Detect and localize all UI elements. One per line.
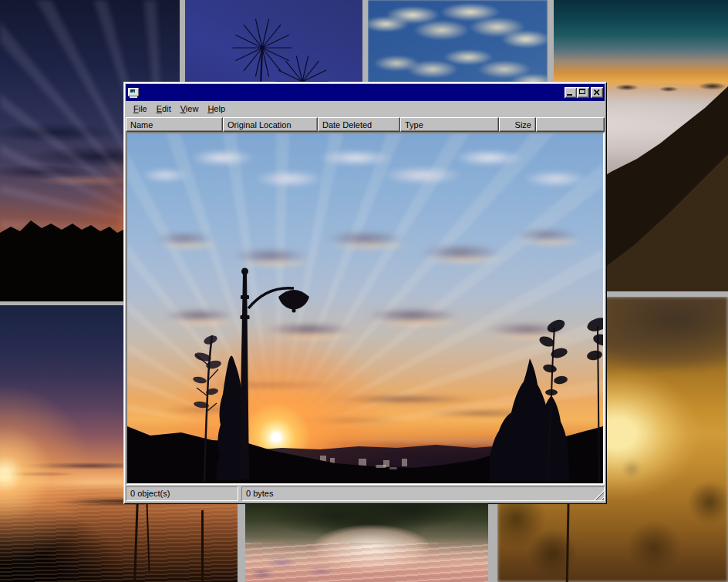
menu-help[interactable]: Help xyxy=(203,103,230,116)
menu-file[interactable]: File xyxy=(129,103,152,116)
close-icon xyxy=(594,89,600,96)
street-lamp-sunset-photo xyxy=(127,133,603,483)
desktop: { "window": { "title": "", "menu": [ {"u… xyxy=(0,0,728,582)
column-header-name[interactable]: Name xyxy=(126,117,223,132)
titlebar[interactable] xyxy=(126,84,605,101)
computer-icon[interactable] xyxy=(127,87,140,99)
minimize-button[interactable] xyxy=(565,87,577,98)
window-controls xyxy=(565,87,603,98)
close-button[interactable] xyxy=(591,87,603,98)
status-bytes: 0 bytes xyxy=(241,486,605,501)
minimize-icon xyxy=(567,94,572,96)
silhouettes-layer xyxy=(127,133,603,483)
maximize-icon xyxy=(579,89,585,94)
list-area[interactable] xyxy=(126,132,605,485)
menu-bar: File Edit View Help xyxy=(126,102,605,116)
column-header-size[interactable]: Size xyxy=(499,117,536,132)
menu-view[interactable]: View xyxy=(176,103,204,116)
column-header-original-location[interactable]: Original Location xyxy=(223,117,318,132)
menu-edit[interactable]: Edit xyxy=(152,103,176,116)
column-header-type[interactable]: Type xyxy=(400,117,499,132)
status-bar: 0 object(s) 0 bytes xyxy=(126,486,605,502)
water-ripples-layer xyxy=(245,543,488,582)
maximize-button[interactable] xyxy=(577,87,589,98)
status-objects: 0 object(s) xyxy=(126,486,238,501)
column-header-filler[interactable] xyxy=(536,117,605,132)
column-header-date-deleted[interactable]: Date Deleted xyxy=(318,117,400,132)
recycle-bin-window: File Edit View Help Name Original Locati… xyxy=(123,82,607,504)
column-header-row: Name Original Location Date Deleted Type… xyxy=(126,117,605,132)
water-pole xyxy=(201,510,204,582)
